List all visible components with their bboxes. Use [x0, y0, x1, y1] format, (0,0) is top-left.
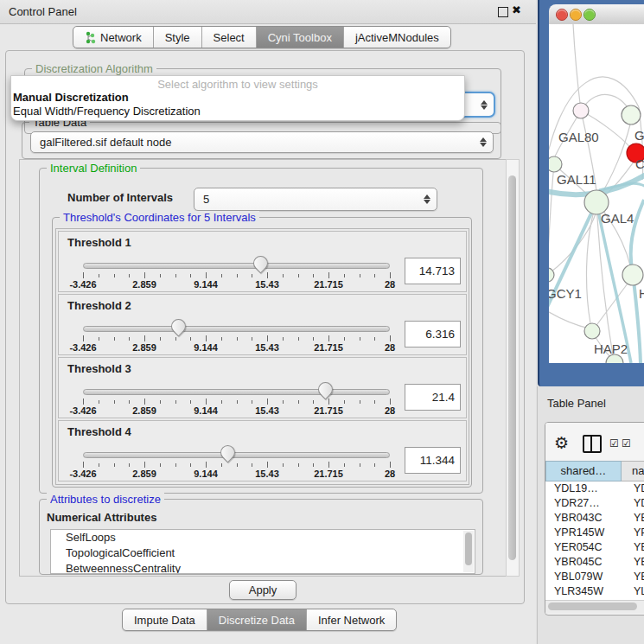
zoom-traffic-light-icon[interactable] — [583, 9, 596, 21]
table-body: YDL19…YDL1YDR27…YDR2YBR043CYBR0YPR145WYP… — [545, 481, 644, 600]
gear-icon[interactable]: ⚙ — [554, 433, 569, 453]
node-label: GCY1 — [549, 286, 582, 301]
node-hap2[interactable] — [584, 323, 600, 339]
column-header-shared-name[interactable]: shared… — [545, 461, 622, 481]
combo-stepper-icon — [480, 132, 487, 152]
node-right[interactable] — [622, 265, 643, 285]
table-row[interactable]: YDR27…YDR2 — [545, 496, 644, 511]
tab-infer-network[interactable]: Infer Network — [307, 609, 396, 630]
algorithm-prompt: Select algorithm to view settings — [11, 76, 464, 91]
checkbox-checked-icon[interactable]: ☑ — [622, 437, 631, 450]
threshold-2-slider[interactable]: -3.4262.8599.14415.4321.71528 — [83, 323, 390, 353]
thresholds-list: Threshold 1 -3.4262.8599.14415.4321.7152… — [55, 228, 469, 485]
table-row[interactable]: YER054CYER0 — [545, 540, 644, 555]
network-canvas[interactable]: GAL80 GA C GAL11 GAL4 GCY1 H HAP2 — [549, 24, 644, 363]
network-window-titlebar — [549, 4, 644, 25]
control-panel: Control Panel ✖ Network Style Select Cyn… — [0, 0, 536, 644]
list-item[interactable]: TopologicalCoefficient — [51, 545, 475, 561]
node-top-right[interactable] — [622, 105, 641, 124]
control-panel-titlebar: Control Panel ✖ — [0, 0, 536, 24]
combo-stepper-icon — [424, 188, 430, 210]
threshold-4-slider[interactable]: -3.4262.8599.14415.4321.71528 — [83, 450, 390, 479]
settings-scroll-viewport: Interval Definition Number of Intervals … — [19, 159, 507, 577]
list-scrollbar[interactable] — [463, 531, 474, 572]
settings-vertical-scrollbar[interactable] — [506, 159, 520, 577]
number-of-intervals-value: 5 — [203, 193, 209, 206]
table-data-combobox[interactable]: galFiltered.sif default node — [30, 131, 494, 153]
slider-ticks — [83, 399, 390, 405]
network-icon — [85, 31, 96, 44]
apply-button[interactable]: Apply — [229, 580, 296, 600]
menu-item-equal-width-frequency[interactable]: Equal Width/Frequency Discretization — [11, 105, 464, 118]
slider-track[interactable] — [83, 326, 390, 332]
table-row[interactable]: YDL19…YDL1 — [545, 481, 644, 496]
tab-select[interactable]: Select — [202, 27, 257, 48]
threshold-4-label: Threshold 4 — [67, 425, 131, 438]
list-item[interactable]: BetweennessCentrality — [51, 561, 475, 574]
table-data-value: galFiltered.sif default node — [40, 136, 171, 149]
node-gal11[interactable] — [549, 156, 562, 172]
threshold-2-value-field[interactable]: 6.316 — [405, 321, 461, 348]
menu-item-manual-discretization[interactable]: Manual Discretization — [11, 91, 464, 105]
slider-tick-labels: -3.4262.8599.14415.4321.71528 — [83, 279, 390, 290]
tab-jactivemnodules[interactable]: jActiveMNodules — [344, 27, 450, 48]
node-label: H — [639, 286, 644, 301]
slider-track[interactable] — [83, 263, 390, 269]
table-row[interactable]: YLR345WYLR3 — [545, 584, 644, 599]
table-row[interactable]: YBL079WYBL0 — [545, 570, 644, 584]
node-gal80[interactable] — [573, 103, 589, 118]
tab-impute-data[interactable]: Impute Data — [123, 609, 207, 630]
close-traffic-light-icon[interactable] — [556, 9, 568, 21]
tab-network[interactable]: Network — [73, 27, 154, 48]
threshold-3-value-field[interactable]: 21.4 — [405, 384, 461, 411]
tab-network-label: Network — [100, 31, 142, 44]
table-header-row: shared… na — [545, 461, 644, 481]
thresholds-group: Threshold's Coordinates for 5 Intervals … — [52, 217, 472, 488]
column-header-name[interactable]: na — [622, 461, 644, 481]
threshold-1-value-field[interactable]: 14.713 — [405, 258, 461, 284]
node-label: C — [635, 156, 644, 171]
node-label: GAL80 — [558, 130, 599, 144]
threshold-3-slider[interactable]: -3.4262.8599.14415.4321.71528 — [83, 386, 390, 416]
float-window-icon[interactable] — [498, 7, 508, 17]
node-label: GAL11 — [557, 172, 596, 187]
minimize-traffic-light-icon[interactable] — [570, 9, 582, 21]
table-panel-title: Table Panel — [547, 397, 606, 410]
slider-tick-labels: -3.4262.8599.14415.4321.71528 — [83, 342, 390, 353]
discretization-algorithm-group-title: Discretization Algorithm — [32, 62, 156, 75]
list-item[interactable]: SelfLoops — [51, 530, 475, 545]
threshold-1-label: Threshold 1 — [67, 236, 131, 249]
threshold-4-row: Threshold 4 -3.4262.8599.14415.4321.7152… — [58, 420, 467, 481]
network-labels: GAL80 GA C GAL11 GAL4 GCY1 H HAP2 — [549, 128, 644, 356]
node-label: GA — [634, 128, 644, 143]
table-row[interactable]: YPR145WYPR1 — [545, 526, 644, 540]
interval-definition-group: Interval Definition Number of Intervals … — [39, 168, 483, 494]
numerical-attributes-label: Numerical Attributes — [47, 511, 156, 524]
tab-style[interactable]: Style — [154, 27, 202, 48]
slider-tick-labels: -3.4262.8599.14415.4321.71528 — [83, 469, 390, 479]
slider-track[interactable] — [83, 452, 390, 458]
table-row[interactable]: YBR045CYBR0 — [545, 555, 644, 570]
tab-discretize-data[interactable]: Discretize Data — [207, 609, 307, 630]
panel-title: Control Panel — [9, 5, 77, 18]
attributes-group: Attributes to discretize Numerical Attri… — [39, 499, 483, 575]
bottom-tab-bar: Impute Data Discretize Data Infer Networ… — [122, 609, 397, 631]
attributes-group-title: Attributes to discretize — [47, 493, 164, 506]
threshold-4-value-field[interactable]: 11.344 — [405, 447, 461, 474]
interval-definition-title: Interval Definition — [47, 162, 140, 175]
numerical-attributes-list[interactable]: SelfLoops TopologicalCoefficient Between… — [50, 529, 475, 574]
slider-track[interactable] — [83, 389, 390, 395]
checkbox-checked-icon[interactable]: ☑ — [609, 437, 619, 450]
close-icon[interactable]: ✖ — [512, 3, 521, 16]
split-columns-icon[interactable] — [583, 435, 602, 453]
slider-ticks — [83, 272, 390, 279]
table-horizontal-scrollbar[interactable] — [545, 600, 644, 614]
number-of-intervals-combobox[interactable]: 5 — [194, 188, 437, 211]
table-row[interactable]: YBR043CYBR0 — [545, 511, 644, 526]
table-toolbar: ⚙ ☑ ☑ — [545, 423, 644, 461]
threshold-1-slider[interactable]: -3.4262.8599.14415.4321.71528 — [83, 260, 390, 290]
node-label: GAL4 — [601, 211, 634, 226]
threshold-2-label: Threshold 2 — [67, 299, 131, 312]
number-of-intervals-label: Number of Intervals — [67, 191, 173, 204]
tab-cyni-toolbox[interactable]: Cyni Toolbox — [257, 27, 344, 48]
